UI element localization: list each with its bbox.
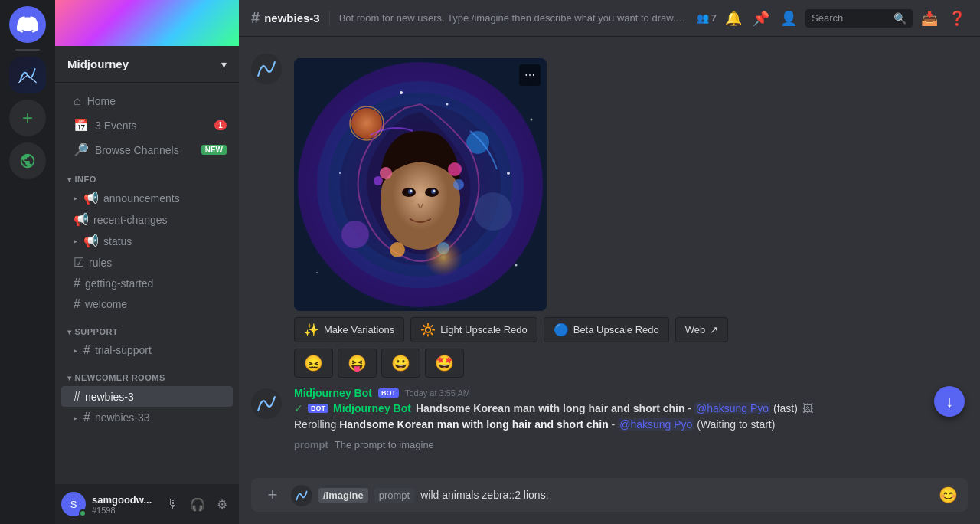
image-link-icon[interactable]: 🖼 [802,402,813,414]
inbox-button[interactable]: 📥 [919,8,940,29]
hash-icon-wl: # [74,297,80,311]
svg-point-22 [433,190,436,192]
discord-home-button[interactable] [9,6,46,43]
topbar-icons: 👥 7 🔔 📌 👤 Search 🔍 📥 ❓ [697,8,968,29]
channel-header: # newbies-3 [251,9,320,27]
message-group-2: Midjourney Bot BOT Today at 3:55 AM ✓ BO… [239,384,980,436]
collapse-info-icon[interactable]: ▾ [67,175,72,184]
channel-newbies-33[interactable]: ▸ # newbies-33 [61,408,233,427]
bot-author-name: Midjourney Bot [294,387,372,399]
channel-description: Bot room for new users. Type /imagine th… [339,12,688,24]
collapse-support-icon[interactable]: ▾ [67,328,72,336]
channel-getting-started[interactable]: # getting-started [61,273,233,293]
channel-welcome[interactable]: # welcome [61,294,233,314]
reaction-1[interactable]: 😖 [294,349,333,378]
search-bar[interactable]: Search 🔍 [805,9,913,28]
channel-announcements[interactable]: ▸ 📢 announcements [61,188,233,208]
channel-rules[interactable]: ☑ rules [61,252,233,273]
external-link-icon: ↗ [710,324,718,336]
megaphone-icon: 📢 [83,191,99,205]
image-container: ⋯ [294,58,547,311]
collapse-newcomer-icon[interactable]: ▾ [67,374,72,382]
image-action-btn[interactable]: ⋯ [519,64,541,86]
bot-avatar-1 [251,54,282,84]
svg-point-29 [424,238,462,277]
headset-button[interactable]: 🎧 [187,493,208,515]
channel-trial-support[interactable]: ▸ # trial-support [61,340,233,360]
channel-rules-name: rules [89,257,112,269]
server-header[interactable]: Midjourney ▾ [55,46,239,83]
reaction-2[interactable]: 😝 [338,349,377,378]
sidebar-item-events[interactable]: 📅 3 Events 1 [61,113,233,137]
settings-button[interactable]: ⚙ [211,493,233,515]
reaction-4[interactable]: 🤩 [425,349,464,378]
sidebar-home-label: Home [87,95,116,107]
reaction-buttons: 😖 😝 😀 🤩 [294,349,968,378]
light-upscale-icon: 🔆 [420,323,436,337]
user-avatar-letter: S [70,499,77,510]
svg-point-12 [507,172,510,175]
user-info: samgoodw... #1598 [92,494,156,515]
light-upscale-redo-button[interactable]: 🔆 Light Upscale Redo [410,317,537,342]
channel-newbies-3[interactable]: # newbies-3 👤+ [61,386,233,407]
beta-upscale-icon: 🔵 [554,323,569,337]
prompt-text-inline: Handsome Korean man with long hair and s… [416,402,798,414]
attach-button[interactable]: + [260,483,285,507]
notification-button[interactable]: 🔔 [723,8,744,29]
channel-hash-icon: # [251,9,260,27]
svg-point-13 [531,119,533,121]
make-variations-label: Make Variations [324,324,394,336]
server-divider [15,49,40,51]
explore-button[interactable] [9,142,46,179]
user-area: S samgoodw... #1598 🎙 🎧 ⚙ [55,484,239,524]
hash-icon-n33: # [83,411,90,424]
help-button[interactable]: ❓ [946,8,968,29]
slash-command[interactable]: /imagine [318,488,368,503]
rules-icon: ☑ [74,255,84,270]
collapse-trial[interactable]: ▸ [74,346,77,355]
channel-welcome-name: welcome [85,298,127,310]
sidebar-events-label: 3 Events [95,120,136,132]
action-buttons: ✨ Make Variations 🔆 Light Upscale Redo 🔵… [294,317,968,342]
megaphone-icon-2: 📢 [74,212,89,227]
sidebar-item-browse[interactable]: 🔎 Browse Channels NEW [61,138,233,162]
hash-icon-gs: # [74,277,80,290]
bot-avatar-2 [251,388,282,419]
server-icon-midjourney[interactable] [9,57,46,93]
mic-button[interactable]: 🎙 [162,493,184,515]
reaction-3[interactable]: 😀 [381,349,420,378]
emoji-button[interactable]: 😊 [937,484,959,506]
channel-name: newbies-3 [264,11,320,25]
channel-recent-changes[interactable]: 📢 recent-changes [61,209,233,230]
web-button[interactable]: Web ↗ [675,317,729,342]
bot-name-inline: Midjourney Bot [333,402,411,414]
beta-upscale-redo-button[interactable]: 🔵 Beta Upscale Redo [544,317,669,342]
input-avatar [291,485,312,506]
svg-point-27 [390,242,405,257]
members-button[interactable]: 👤 [778,8,799,29]
channel-status-name: status [103,235,132,247]
main-content: # newbies-3 Bot room for new users. Type… [239,0,980,524]
sidebar-item-home[interactable]: ⌂ Home [61,90,233,113]
channel-recent-changes-name: recent-changes [93,214,168,226]
collapse-n33[interactable]: ▸ [74,414,77,422]
make-variations-button[interactable]: ✨ Make Variations [294,317,404,342]
message-input-box: + /imagine prompt 😊 [251,478,968,512]
svg-point-24 [374,176,383,185]
svg-point-25 [448,162,462,176]
browse-new-badge: NEW [201,145,227,155]
hash-icon-n3: # [74,390,80,404]
browse-icon: 🔎 [74,142,89,157]
add-server-button[interactable]: + [9,100,46,136]
pin-button[interactable]: 📌 [750,8,772,29]
message-input[interactable] [420,489,931,501]
svg-point-7 [474,192,512,231]
user-tag: #1598 [92,506,156,515]
collapse-announcements[interactable]: ▸ [74,194,77,202]
collapse-status[interactable]: ▸ [74,237,77,245]
scroll-to-bottom-button[interactable]: ↓ [934,386,965,417]
bot-badge-2: BOT [308,404,328,413]
channel-status[interactable]: ▸ 📢 status [61,231,233,251]
prompt-hint-label: prompt [294,439,328,450]
message-content-2: Midjourney Bot BOT Today at 3:55 AM ✓ BO… [294,387,968,433]
